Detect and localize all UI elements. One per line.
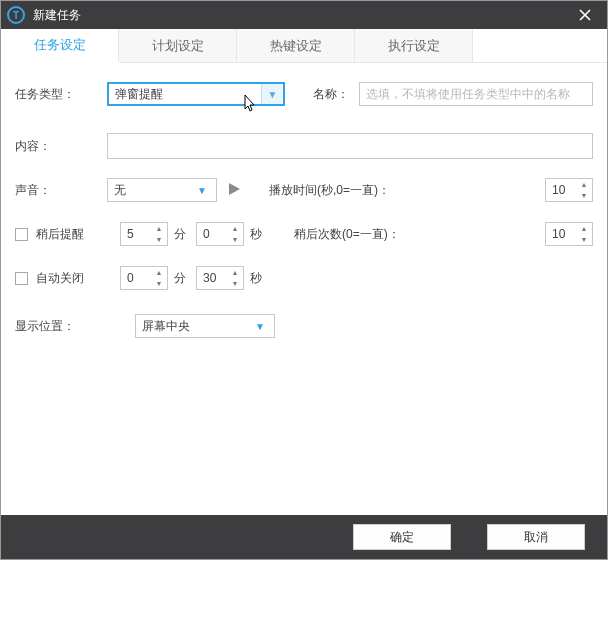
tab-label: 计划设定: [152, 37, 204, 55]
row-sound: 声音： 无 ▼ 播放时间(秒,0=一直)： 10 ▲▼: [15, 177, 593, 203]
spin-down-icon[interactable]: ▼: [578, 234, 590, 245]
content-label: 内容：: [15, 138, 107, 155]
row-auto-close: 自动关闭 0 ▲▼ 分 30 ▲▼ 秒: [15, 265, 593, 291]
spinner-buttons: ▲▼: [153, 223, 165, 245]
tab-schedule-settings[interactable]: 计划设定: [119, 29, 237, 62]
content-input[interactable]: [107, 133, 593, 159]
play-time-label: 播放时间(秒,0=一直)：: [269, 182, 390, 199]
later-remind-sec-spinner[interactable]: 0 ▲▼: [196, 222, 244, 246]
later-count-value: 10: [552, 227, 565, 241]
tab-label: 热键设定: [270, 37, 322, 55]
chevron-down-icon: ▼: [261, 84, 283, 104]
spin-down-icon[interactable]: ▼: [153, 278, 165, 289]
cancel-button[interactable]: 取消: [487, 524, 585, 550]
spin-up-icon[interactable]: ▲: [229, 223, 241, 234]
play-icon: [227, 182, 241, 196]
play-time-value: 10: [552, 183, 565, 197]
sound-dropdown[interactable]: 无 ▼: [107, 178, 217, 202]
row-display-position: 显示位置： 屏幕中央 ▼: [15, 313, 593, 339]
ok-button[interactable]: 确定: [353, 524, 451, 550]
spinner-buttons: ▲▼: [229, 267, 241, 289]
row-content: 内容：: [15, 133, 593, 159]
window-title: 新建任务: [33, 7, 81, 24]
dialog-window: T 新建任务 任务设定 计划设定 热键设定 执行设定 任务类型： 弹窗提醒 ▼ …: [0, 0, 608, 560]
spinner-buttons: ▲▼: [153, 267, 165, 289]
spinner-buttons: ▲▼: [578, 223, 590, 245]
spinner-buttons: ▲▼: [578, 179, 590, 201]
spin-down-icon[interactable]: ▼: [153, 234, 165, 245]
tab-execute-settings[interactable]: 执行设定: [355, 29, 473, 62]
row-task-type: 任务类型： 弹窗提醒 ▼ 名称： 选填，不填将使用任务类型中中的名称: [15, 81, 593, 107]
name-input[interactable]: 选填，不填将使用任务类型中中的名称: [359, 82, 593, 106]
unit-sec: 秒: [250, 270, 262, 287]
auto-close-checkbox[interactable]: [15, 272, 28, 285]
spin-down-icon[interactable]: ▼: [578, 190, 590, 201]
close-button[interactable]: [567, 1, 603, 29]
ok-label: 确定: [390, 529, 414, 546]
spin-down-icon[interactable]: ▼: [229, 278, 241, 289]
tab-hotkey-settings[interactable]: 热键设定: [237, 29, 355, 62]
sound-label: 声音：: [15, 182, 107, 199]
display-pos-value: 屏幕中央: [142, 318, 190, 335]
later-remind-min-value: 5: [127, 227, 134, 241]
name-placeholder: 选填，不填将使用任务类型中中的名称: [366, 86, 570, 103]
sound-value: 无: [114, 182, 126, 199]
name-label: 名称：: [313, 86, 359, 103]
later-remind-checkbox[interactable]: [15, 228, 28, 241]
unit-sec: 秒: [250, 226, 262, 243]
task-type-dropdown[interactable]: 弹窗提醒 ▼: [107, 82, 285, 106]
form-body: 任务类型： 弹窗提醒 ▼ 名称： 选填，不填将使用任务类型中中的名称 内容： 声…: [1, 63, 607, 515]
task-type-label: 任务类型：: [15, 86, 107, 103]
auto-close-min-spinner[interactable]: 0 ▲▼: [120, 266, 168, 290]
auto-close-label: 自动关闭: [36, 270, 108, 287]
display-pos-dropdown[interactable]: 屏幕中央 ▼: [135, 314, 275, 338]
svg-text:T: T: [13, 10, 19, 21]
spin-up-icon[interactable]: ▲: [578, 179, 590, 190]
auto-close-sec-spinner[interactable]: 30 ▲▼: [196, 266, 244, 290]
unit-min: 分: [174, 270, 186, 287]
chevron-down-icon: ▼: [252, 321, 268, 332]
play-button[interactable]: [227, 182, 241, 199]
task-type-value: 弹窗提醒: [115, 86, 163, 103]
later-remind-label: 稍后提醒: [36, 226, 108, 243]
tab-label: 任务设定: [34, 36, 86, 54]
display-pos-label: 显示位置：: [15, 318, 135, 335]
row-later-remind: 稍后提醒 5 ▲▼ 分 0 ▲▼ 秒 稍后次数(0=一直)： 10 ▲▼: [15, 221, 593, 247]
later-count-label: 稍后次数(0=一直)：: [294, 226, 400, 243]
spin-down-icon[interactable]: ▼: [229, 234, 241, 245]
tab-task-settings[interactable]: 任务设定: [1, 29, 119, 63]
spin-up-icon[interactable]: ▲: [153, 223, 165, 234]
spinner-buttons: ▲▼: [229, 223, 241, 245]
unit-min: 分: [174, 226, 186, 243]
later-remind-min-spinner[interactable]: 5 ▲▼: [120, 222, 168, 246]
spin-up-icon[interactable]: ▲: [229, 267, 241, 278]
cancel-label: 取消: [524, 529, 548, 546]
later-remind-sec-value: 0: [203, 227, 210, 241]
spin-up-icon[interactable]: ▲: [578, 223, 590, 234]
auto-close-sec-value: 30: [203, 271, 216, 285]
play-time-spinner[interactable]: 10 ▲▼: [545, 178, 593, 202]
close-icon: [579, 9, 591, 21]
auto-close-min-value: 0: [127, 271, 134, 285]
tab-bar: 任务设定 计划设定 热键设定 执行设定: [1, 29, 607, 63]
spin-up-icon[interactable]: ▲: [153, 267, 165, 278]
app-logo-icon: T: [7, 6, 25, 24]
later-count-spinner[interactable]: 10 ▲▼: [545, 222, 593, 246]
chevron-down-icon: ▼: [194, 185, 210, 196]
tab-label: 执行设定: [388, 37, 440, 55]
dialog-footer: 确定 取消: [1, 515, 607, 559]
svg-marker-4: [229, 183, 240, 195]
titlebar: T 新建任务: [1, 1, 607, 29]
